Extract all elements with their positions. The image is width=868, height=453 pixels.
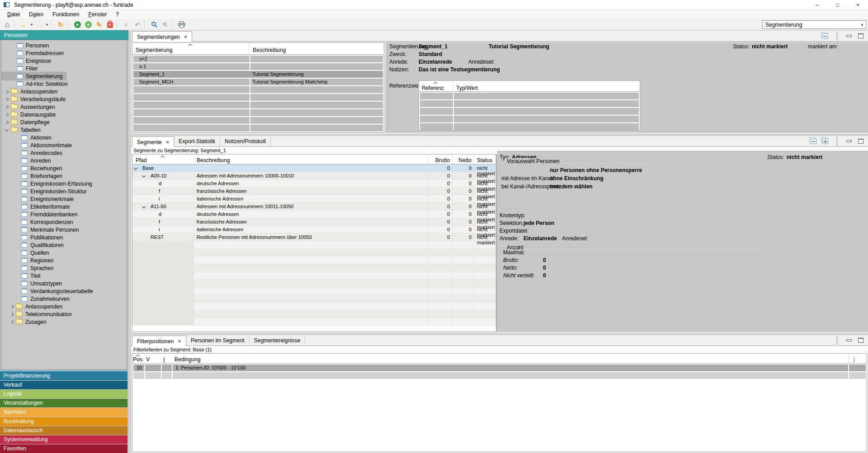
collapse-panel-button[interactable]	[821, 32, 829, 40]
segmentierung-row-s-2[interactable]: s=2	[133, 56, 383, 62]
module-systemverwaltung[interactable]: Systemverwaltung	[0, 435, 127, 444]
minimize-panel-button[interactable]	[845, 32, 853, 40]
minimize-panel-button[interactable]	[845, 336, 853, 344]
tree-item-fremddatenbanken[interactable]: Fremddatenbanken	[1, 210, 127, 218]
tree-item-sprachen[interactable]: Sprachen	[1, 264, 127, 272]
collapse-chevron-icon[interactable]	[142, 205, 146, 208]
search-icon[interactable]	[149, 20, 160, 29]
add-assistant-icon[interactable]: +	[83, 20, 94, 29]
tree-item-zunahmekurven[interactable]: Zunahmekurven	[1, 295, 127, 303]
column-header-pos[interactable]: Pos.	[132, 354, 144, 363]
refresh-icon[interactable]: ↻	[55, 20, 66, 29]
expand-chevron-icon[interactable]	[5, 97, 9, 101]
segment-row-f[interactable]: ffranzösische Adressen00nicht markiert	[132, 218, 496, 226]
tree-item-anredecodes[interactable]: Anredecodes	[1, 149, 127, 157]
undo-icon[interactable]: ↶	[132, 20, 143, 29]
tree-item-qualifikatoren[interactable]: Qualifikatoren	[1, 241, 127, 249]
tree-item-zusagen[interactable]: Zusagen	[1, 318, 127, 326]
tab-export-statistik[interactable]: Export-Statistik	[174, 137, 220, 146]
forward-icon[interactable]: →	[34, 20, 45, 29]
menu-fenster[interactable]: Fenster	[84, 10, 111, 19]
module-verkauf[interactable]: Verkauf	[0, 381, 127, 389]
tree-item-etikettenformate[interactable]: Etikettenformate	[1, 203, 127, 210]
segment-row-base[interactable]: Base00nicht markiert	[132, 164, 496, 172]
tab-notizen-protokoll[interactable]: Notizen/Protokoll	[220, 137, 271, 146]
tab-segmentierungen[interactable]: Segmentierungen×	[132, 31, 192, 42]
column-header-referenz[interactable]: Referenz	[419, 81, 453, 91]
menu-funktionen[interactable]: Funktionen	[48, 10, 84, 19]
column-header-beschreibung[interactable]: Beschreibung	[250, 43, 384, 54]
expand-chevron-icon[interactable]	[5, 120, 9, 124]
tree-item-tabellen[interactable]: Tabellen	[1, 126, 127, 134]
tree-item-regionen[interactable]: Regionen	[1, 257, 127, 264]
expand-chevron-icon[interactable]	[5, 105, 9, 108]
column-header-close-paren[interactable]: )	[849, 354, 867, 363]
tree-item-anlassspenden[interactable]: Anlassspenden	[1, 88, 127, 95]
quick-select-combobox[interactable]: Segmentierung ▾	[762, 20, 866, 29]
column-header-netto[interactable]: Netto	[453, 154, 474, 164]
tree-item-quellen[interactable]: Quellen	[1, 249, 127, 257]
search-secondary-icon[interactable]	[160, 20, 170, 29]
segment-row-i[interactable]: iitalienische Adressen00nicht markiert	[132, 195, 496, 203]
tree-item-telekommunikation[interactable]: Telekommunikation	[1, 310, 127, 318]
expand-chevron-icon[interactable]	[5, 112, 9, 116]
tree-item-aktionen[interactable]: Aktionen	[1, 134, 127, 141]
segment-row-a11-50[interactable]: A11-50Adressen mit Adressnummern 10011-1…	[132, 203, 496, 210]
back-icon[interactable]: ←	[19, 20, 29, 29]
tree-item-ereigniskosten-struktur[interactable]: Ereigniskosten-Struktur	[1, 187, 127, 195]
tree-item-segmentierung[interactable]: Segmentierung	[1, 72, 66, 80]
segment-row-d[interactable]: ddeutsche Adressen00nicht markiert	[132, 180, 496, 187]
sidebar-header-personen[interactable]: Personen	[0, 30, 128, 40]
tree-item-ereignismerkmale[interactable]: Ereignismerkmale	[1, 195, 127, 203]
tab-personen-im-segment[interactable]: Personen im Segment	[186, 336, 250, 346]
column-header-status[interactable]: Status	[474, 154, 496, 164]
expand-chevron-icon[interactable]	[10, 304, 14, 308]
module-buchhaltung[interactable]: Buchhaltung	[0, 417, 127, 426]
column-header-open-paren[interactable]: (	[161, 354, 172, 363]
collapse-chevron-icon[interactable]	[142, 174, 146, 177]
tree-item-ereigniskosten-erfassung[interactable]: Ereigniskosten-Erfassung	[1, 180, 127, 187]
column-header-segmentierung[interactable]: Segmentierung	[132, 43, 250, 54]
tree-item-titel[interactable]: Titel	[1, 272, 127, 280]
tree-item-ereignisse[interactable]: Ereignisse	[1, 57, 127, 65]
tree-item-fremdadressen[interactable]: Fremdadressen	[1, 49, 127, 57]
menu-daten[interactable]: Daten	[24, 10, 48, 19]
module-favoriten[interactable]: Favoriten	[0, 444, 127, 453]
tree-item-verdankungssteuertabelle[interactable]: Verdankungssteuertabelle	[1, 287, 127, 295]
panel-menu-button[interactable]	[833, 336, 841, 344]
maximize-panel-button[interactable]	[857, 336, 864, 344]
edit-icon[interactable]: ✎	[94, 20, 104, 29]
collapse-chevron-icon[interactable]	[134, 166, 137, 170]
column-header-brutto[interactable]: Brutto	[428, 154, 453, 164]
module-projektfinanzierung[interactable]: Projektfinanzierung	[0, 372, 127, 380]
expand-all-button[interactable]	[821, 137, 829, 145]
tree-item-filter[interactable]: Filter	[1, 65, 127, 72]
close-window-button[interactable]: ×	[848, 0, 868, 10]
expand-chevron-icon[interactable]	[10, 320, 14, 323]
chevron-down-icon[interactable]: ▾	[859, 23, 866, 27]
segment-row-d[interactable]: ddeutsche Adressen00nicht markiert	[132, 210, 496, 218]
segmentierung-row-s-1[interactable]: s-1	[133, 63, 383, 70]
module-veranstaltungen[interactable]: Veranstaltungen	[0, 399, 127, 407]
segment-row-i[interactable]: iitalienische Adressen00nicht markiert	[132, 226, 496, 234]
module-nachlass[interactable]: Nachlass	[0, 408, 127, 416]
tree-item-merkmale-personen[interactable]: Merkmale Personen	[1, 226, 127, 234]
column-header-bedingung[interactable]: Bedingung	[172, 354, 849, 363]
maximize-panel-button[interactable]	[857, 32, 864, 40]
tree-item-korrespondenzen[interactable]: Korrespondenzen	[1, 218, 127, 226]
tree-item-datenausgabe[interactable]: Datenausgabe	[1, 111, 127, 118]
minimize-window-button[interactable]: –	[807, 0, 827, 10]
tab-segmente[interactable]: Segmente×	[132, 136, 174, 147]
close-tab-icon[interactable]: ×	[184, 33, 188, 40]
segment-row-a00-10[interactable]: A00-10Adressen mit Adressnummern 10000-1…	[132, 172, 496, 180]
add-icon[interactable]: +	[72, 20, 83, 29]
segment-row-rest[interactable]: RESTRestliche Personen mit Adressnummern…	[132, 234, 496, 241]
delete-icon[interactable]: ×	[104, 20, 115, 29]
tree-item-beziehungen[interactable]: Beziehungen	[1, 164, 127, 172]
panel-menu-button[interactable]	[833, 137, 841, 145]
column-header-typ-wert[interactable]: Typ/Wert	[453, 81, 640, 91]
tree-item-datenpflege[interactable]: Datenpflege	[1, 118, 127, 126]
menu-?[interactable]: ?	[111, 10, 123, 19]
tree-item-umsatztypen[interactable]: Umsatztypen	[1, 280, 127, 287]
tree-item-personen[interactable]: Personen	[1, 42, 127, 49]
